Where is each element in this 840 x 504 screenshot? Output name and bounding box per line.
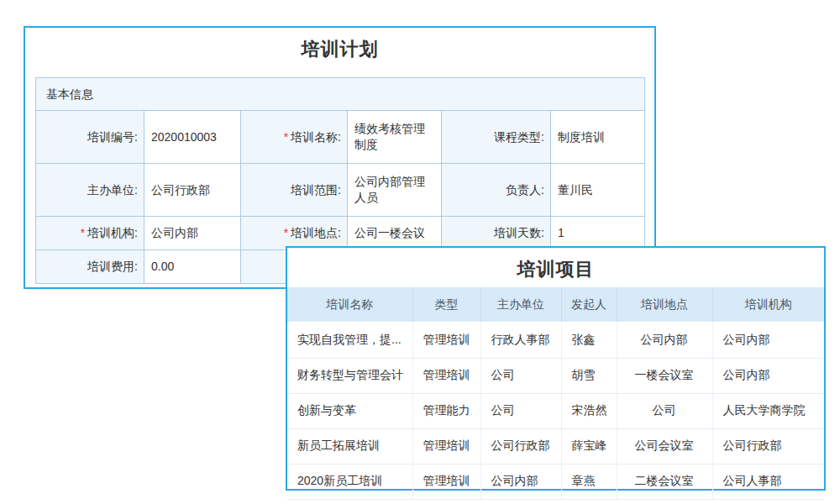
leader-label: 负责人: [442, 164, 551, 217]
table-row: 2020新员工培训 管理培训 公司内部 章燕 二楼会议室 公司人事部 [287, 464, 824, 499]
project-type: 管理培训 [412, 358, 480, 393]
project-type: 管理培训 [412, 428, 480, 464]
training-projects-title: 培训项目 [517, 259, 595, 281]
project-initiator-link[interactable]: 薛宝峰 [561, 428, 617, 464]
institution-value: 公司内部 [144, 217, 241, 250]
project-name-link[interactable]: 实现自我管理，提... [287, 323, 412, 358]
project-name-link[interactable]: 新员工拓展培训 [287, 428, 412, 464]
course-type-value: 制度培训 [551, 111, 645, 164]
project-org: 公司 [480, 358, 561, 393]
course-type-label: 课程类型: [442, 111, 551, 164]
project-initiator-link[interactable]: 胡雪 [561, 358, 617, 393]
days-value: 1 [551, 217, 645, 250]
project-institution: 公司行政部 [712, 428, 824, 464]
column-header-name: 培训名称 [287, 287, 412, 323]
table-header-row: 培训名称 类型 主办单位 发起人 培训地点 培训机构 [287, 287, 824, 323]
project-location: 公司内部 [617, 323, 712, 358]
project-type: 管理培训 [412, 323, 480, 358]
scope-label: 培训范围: [241, 164, 348, 217]
project-name-link[interactable]: 2020新员工培训 [287, 464, 412, 499]
training-projects-title-bar: 培训项目 [287, 248, 824, 284]
project-name-link[interactable]: 创新与变革 [287, 393, 412, 428]
fee-label: 培训费用: [36, 250, 144, 284]
project-initiator-link[interactable]: 张鑫 [561, 323, 617, 358]
project-institution: 公司内部 [712, 358, 824, 393]
project-initiator-link[interactable]: 章燕 [561, 464, 617, 499]
project-institution: 人民大学商学院 [712, 393, 824, 428]
project-institution: 公司人事部 [712, 464, 824, 499]
project-location: 一楼会议室 [617, 358, 712, 393]
table-row: 新员工拓展培训 管理培训 公司行政部 薛宝峰 公司会议室 公司行政部 [287, 428, 824, 464]
project-org: 公司行政部 [480, 428, 561, 464]
location-label: *培训地点: [241, 217, 348, 250]
required-asterisk: * [81, 226, 85, 239]
required-asterisk: * [284, 130, 288, 144]
project-type: 管理能力 [412, 393, 480, 428]
project-location: 二楼会议室 [617, 464, 712, 499]
project-location: 公司 [617, 393, 712, 428]
scope-value: 公司内部管理人员 [348, 164, 442, 217]
training-plan-title: 培训计划 [25, 39, 654, 60]
table-row: 实现自我管理，提... 管理培训 行政人事部 张鑫 公司内部 公司内部 [287, 323, 824, 358]
project-initiator-link[interactable]: 宋浩然 [561, 393, 617, 428]
basic-info-section-header: 基本信息 [36, 78, 645, 111]
required-asterisk: * [284, 226, 288, 239]
days-label: 培训天数: [442, 217, 551, 250]
column-header-type: 类型 [412, 287, 480, 323]
table-row: 创新与变革 管理能力 公司 宋浩然 公司 人民大学商学院 [287, 393, 824, 428]
training-name-label: *培训名称: [241, 111, 348, 164]
project-org: 公司 [480, 393, 561, 428]
institution-label: *培训机构: [36, 217, 144, 250]
training-no-label: 培训编号: [36, 111, 144, 164]
column-header-institution: 培训机构 [712, 287, 824, 323]
table-row: 财务转型与管理会计 管理培训 公司 胡雪 一楼会议室 公司内部 [287, 358, 824, 393]
training-projects-panel: 培训项目 培训名称 类型 主办单位 发起人 培训地点 培训机构 实现自我管理，提… [286, 246, 826, 491]
training-projects-table: 培训名称 类型 主办单位 发起人 培训地点 培训机构 实现自我管理，提... 管… [287, 287, 824, 500]
project-org: 公司内部 [480, 464, 561, 499]
project-institution: 公司内部 [712, 323, 824, 358]
location-value: 公司一楼会议 [348, 217, 442, 250]
column-header-location: 培训地点 [617, 287, 712, 323]
project-org: 行政人事部 [480, 323, 561, 358]
project-name-link[interactable]: 财务转型与管理会计 [287, 358, 412, 393]
project-type: 管理培训 [412, 464, 480, 499]
training-name-value: 绩效考核管理制度 [348, 111, 442, 164]
training-no-value: 2020010003 [144, 111, 241, 164]
leader-value: 董川民 [551, 164, 645, 217]
column-header-org: 主办单位 [480, 287, 561, 323]
column-header-initiator: 发起人 [561, 287, 617, 323]
project-location: 公司会议室 [617, 428, 712, 464]
organizer-label: 主办单位: [36, 164, 144, 217]
fee-value: 0.00 [144, 250, 241, 284]
organizer-value: 公司行政部 [144, 164, 241, 217]
